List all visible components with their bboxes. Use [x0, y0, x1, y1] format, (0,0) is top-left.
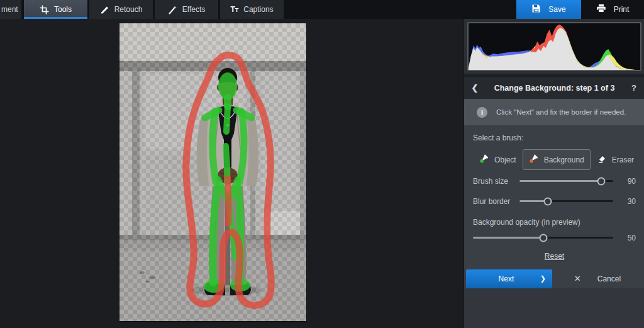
print-button[interactable]: Print [581, 0, 644, 19]
close-icon: ✕ [574, 274, 581, 283]
slider-fill [519, 180, 601, 182]
cancel-button[interactable]: ✕ Cancel [552, 274, 643, 283]
panel-title: Change Background: step 1 of 3 [486, 84, 623, 93]
blur-border-slider[interactable] [519, 200, 613, 202]
brush-eraser-button[interactable]: Eraser [591, 149, 640, 170]
brush-object-button[interactable]: Object [473, 149, 523, 170]
save-button[interactable]: Save [516, 0, 581, 19]
tab-label: Tools [54, 5, 72, 14]
tab-label: Captions [243, 5, 273, 14]
reset-link[interactable]: Reset [545, 252, 564, 261]
next-button[interactable]: Next ❯ [466, 269, 552, 288]
tab-captions[interactable]: TT Captions [220, 0, 284, 19]
histogram-plot [469, 23, 640, 70]
background-opacity-label: Background opacity (in preview) [473, 218, 636, 227]
print-label: Print [614, 5, 630, 14]
brush-label: Eraser [612, 156, 634, 164]
printer-icon [596, 4, 606, 15]
histogram [467, 22, 641, 71]
brush-options: Object Background [473, 150, 636, 170]
next-label: Next [472, 274, 540, 283]
brush-size-label: Brush size [473, 177, 514, 186]
cancel-label: Cancel [597, 274, 621, 283]
chevron-right-icon: ❯ [540, 274, 546, 283]
photo-editor-window: ment Tools Retouch Effects TT [0, 0, 644, 328]
canvas-image[interactable] [119, 23, 306, 321]
toolbar-spacer [286, 0, 516, 19]
tab-tools[interactable]: Tools [24, 0, 87, 19]
info-text: Click "Next" and fix the border if neede… [496, 108, 626, 116]
panel-header: ❮ Change Background: step 1 of 3 ? [464, 77, 644, 99]
crop-icon [40, 5, 49, 14]
blur-border-label: Blur border [473, 197, 514, 206]
reset-row: Reset [473, 252, 636, 261]
brush-size-value: 90 [621, 177, 636, 186]
tab-label: ment [1, 5, 18, 14]
eraser-icon [597, 154, 607, 166]
help-button[interactable]: ? [623, 83, 644, 93]
save-label: Save [548, 5, 565, 14]
tab-adjustment-partial[interactable]: ment [0, 0, 21, 19]
histogram-section [464, 19, 644, 74]
back-button[interactable]: ❮ [464, 83, 486, 93]
slider-fill [473, 237, 543, 239]
blur-border-row: Blur border 30 [473, 193, 636, 210]
magic-wand-icon [168, 5, 177, 14]
brush-label: Background [544, 156, 584, 164]
background-opacity-handle[interactable] [539, 234, 547, 242]
brush-label: Object [494, 156, 516, 164]
object-brush-icon [479, 154, 489, 166]
save-icon [531, 4, 541, 15]
brush-size-slider[interactable] [519, 180, 613, 182]
brush-icon [100, 5, 109, 14]
tab-effects[interactable]: Effects [155, 0, 218, 19]
brush-controls: Select a brush: Object [464, 125, 644, 288]
action-buttons: Next ❯ ✕ Cancel [466, 269, 643, 288]
captions-icon: TT [230, 5, 238, 14]
blur-border-handle[interactable] [543, 197, 552, 205]
change-background-panel: ❮ Change Background: step 1 of 3 ? i Cli… [464, 19, 644, 328]
background-opacity-slider[interactable] [473, 237, 613, 239]
tab-retouch[interactable]: Retouch [89, 0, 153, 19]
info-banner: i Click "Next" and fix the border if nee… [464, 99, 644, 125]
brush-size-handle[interactable] [597, 177, 605, 185]
background-brush-icon [529, 154, 539, 166]
blur-border-value: 30 [621, 197, 636, 206]
select-brush-label: Select a brush: [473, 133, 636, 142]
tab-label: Retouch [114, 5, 143, 14]
background-opacity-value: 50 [621, 234, 636, 242]
panel-footer [464, 288, 644, 328]
brush-size-row: Brush size 90 [473, 172, 636, 190]
brush-background-button[interactable]: Background [523, 149, 591, 170]
top-toolbar: ment Tools Retouch Effects TT [0, 0, 644, 19]
background-opacity-row: 50 [473, 229, 636, 247]
tab-label: Effects [182, 5, 205, 14]
change-background-preview [119, 23, 306, 321]
info-icon: i [477, 107, 487, 118]
